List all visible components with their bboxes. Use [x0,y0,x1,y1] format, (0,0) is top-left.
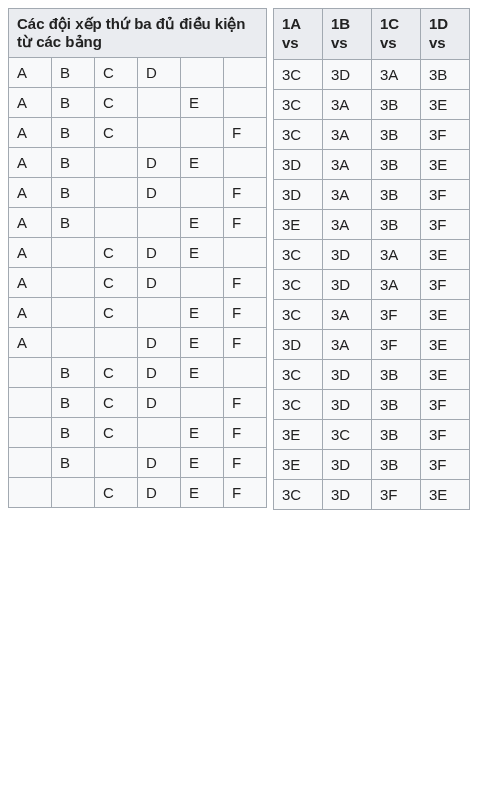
qualification-cell: F [224,478,267,508]
matchup-cell: 3B [372,419,421,449]
matchup-cell: 3E [421,299,470,329]
qualification-cell [95,448,138,478]
table-row: ADEF [9,328,267,358]
matchup-cell: 3D [274,329,323,359]
table-row: ACDE [9,238,267,268]
qualification-cell [138,418,181,448]
qualification-cell: D [138,58,181,88]
qualification-cell: B [52,58,95,88]
table-row: ABCD [9,58,267,88]
matchup-cell: 3A [372,269,421,299]
table-row: BCDF [9,388,267,418]
qualification-cell: F [224,448,267,478]
matchup-cell: 3B [372,359,421,389]
qualification-cell [9,478,52,508]
matchup-cell: 3A [323,179,372,209]
qualification-cell [181,118,224,148]
table-row: 3D3A3F3E [274,329,470,359]
qualification-cell: C [95,418,138,448]
qualification-cell [181,268,224,298]
qualification-cell: D [138,328,181,358]
matchup-cell: 3C [323,419,372,449]
matchup-cell: 3A [372,239,421,269]
qualification-cell: B [52,88,95,118]
qualification-cell: F [224,178,267,208]
qualification-cell: A [9,328,52,358]
qualification-cell: C [95,118,138,148]
qualification-cell: A [9,238,52,268]
matchup-cell: 3C [274,59,323,89]
matchup-header-1d: 1D vs [421,9,470,60]
qualification-cell [9,418,52,448]
matchup-cell: 3B [372,119,421,149]
table-row: 3C3A3F3E [274,299,470,329]
matchup-cell: 3F [421,389,470,419]
qualification-cell: D [138,178,181,208]
matchup-cell: 3F [421,179,470,209]
qualification-cell: C [95,58,138,88]
matchup-cell: 3E [421,359,470,389]
qualification-cell: A [9,118,52,148]
qualification-cell: C [95,238,138,268]
qualification-cell: D [138,448,181,478]
qualification-cell [9,358,52,388]
table-row: 3E3D3B3F [274,449,470,479]
qualification-cell [9,448,52,478]
qualification-cell [181,388,224,418]
qualification-cell [224,58,267,88]
table-row: ABCF [9,118,267,148]
table-row: 3D3A3B3E [274,149,470,179]
qualification-header: Các đội xếp thứ ba đủ điều kiện từ các b… [9,9,267,58]
matchup-cell: 3C [274,359,323,389]
qualification-cell: A [9,208,52,238]
qualification-cell: A [9,58,52,88]
matchup-body: 3C3D3A3B3C3A3B3E3C3A3B3F3D3A3B3E3D3A3B3F… [274,59,470,509]
matchup-cell: 3F [421,269,470,299]
matchup-cell: 3B [421,59,470,89]
qualification-cell: E [181,328,224,358]
qualification-cell [138,88,181,118]
table-row: ABDE [9,148,267,178]
qualification-cell: B [52,178,95,208]
qualification-cell [138,298,181,328]
matchup-cell: 3E [421,329,470,359]
matchup-cell: 3D [323,389,372,419]
table-row: 3C3D3B3E [274,359,470,389]
qualification-cell: A [9,268,52,298]
qualification-cell: D [138,388,181,418]
matchup-header-1a: 1A vs [274,9,323,60]
qualification-cell: E [181,298,224,328]
matchup-cell: 3C [274,389,323,419]
qualification-cell: E [181,238,224,268]
matchup-cell: 3C [274,299,323,329]
table-row: BCEF [9,418,267,448]
qualification-cell: E [181,88,224,118]
qualification-cell: B [52,358,95,388]
qualification-cell: B [52,418,95,448]
table-row: 3C3D3A3E [274,239,470,269]
matchup-cell: 3F [421,449,470,479]
qualification-cell [95,178,138,208]
qualification-cell [52,328,95,358]
table-row: 3C3D3F3E [274,479,470,509]
qualification-cell [95,328,138,358]
matchup-cell: 3F [372,299,421,329]
table-row: BCDE [9,358,267,388]
qualification-body: ABCDABCEABCFABDEABDFABEFACDEACDFACEFADEF… [9,58,267,508]
matchup-cell: 3E [421,89,470,119]
matchup-cell: 3F [421,119,470,149]
table-row: ACEF [9,298,267,328]
matchup-cell: 3A [323,299,372,329]
qualification-cell: C [95,358,138,388]
qualification-cell: D [138,478,181,508]
matchup-cell: 3F [421,419,470,449]
qualification-cell: F [224,418,267,448]
table-row: 3E3A3B3F [274,209,470,239]
qualification-cell [138,118,181,148]
qualification-cell [95,208,138,238]
qualification-cell: C [95,268,138,298]
qualification-cell: E [181,208,224,238]
matchup-header-1b: 1B vs [323,9,372,60]
qualification-table: Các đội xếp thứ ba đủ điều kiện từ các b… [8,8,267,508]
matchup-cell: 3B [372,449,421,479]
